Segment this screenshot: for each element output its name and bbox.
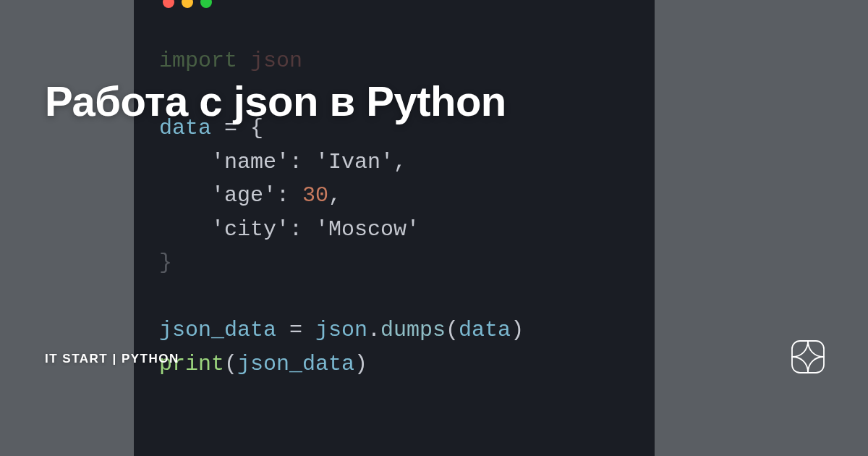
paren-open: ( (224, 352, 237, 376)
window-controls (163, 0, 629, 8)
channel-name: IT START | PYTHON (45, 352, 179, 366)
dict-value: 'Moscow' (315, 217, 420, 242)
dict-key: 'age' (211, 183, 276, 208)
code-line: print(json_data) (159, 347, 629, 381)
zen-logo-icon (791, 340, 825, 373)
arg-json-data: json_data (237, 352, 354, 376)
code-line: json_data = json.dumps(data) (159, 313, 629, 347)
colon: : (289, 150, 315, 174)
minimize-icon[interactable] (182, 0, 193, 8)
paren-close: ) (511, 318, 524, 342)
close-icon[interactable] (163, 0, 174, 8)
colon: : (276, 183, 302, 208)
code-line: } (159, 246, 629, 280)
arg-data: data (459, 318, 511, 342)
dot: . (367, 318, 380, 342)
module-ref: json (315, 318, 367, 342)
colon: : (289, 217, 315, 242)
article-title: Работа с json в Python (45, 78, 506, 124)
maximize-icon[interactable] (200, 0, 212, 8)
comma: , (393, 150, 407, 174)
dict-value: 'Ivan' (315, 150, 393, 174)
paren-open: ( (446, 318, 459, 342)
dict-key: 'city' (211, 217, 289, 242)
code-line: 'name': 'Ivan', (159, 145, 629, 180)
code-line: import json (159, 44, 629, 78)
close-brace: } (159, 250, 172, 275)
code-editor-window: import json data = { 'name': 'Ivan', 'ag… (134, 0, 655, 456)
comma: , (328, 183, 341, 208)
module-json: json (250, 48, 302, 73)
keyword-import: import (159, 48, 237, 73)
paren-close: ) (354, 352, 367, 376)
dict-value-number: 30 (302, 183, 328, 208)
dict-key: 'name' (211, 150, 289, 174)
code-line: 'city': 'Moscow' (159, 213, 629, 247)
code-line: 'age': 30, (159, 179, 629, 213)
var-json-data: json_data (159, 318, 276, 342)
method-dumps: dumps (380, 318, 446, 342)
code-line-blank (159, 280, 629, 314)
assign: = (276, 318, 315, 342)
